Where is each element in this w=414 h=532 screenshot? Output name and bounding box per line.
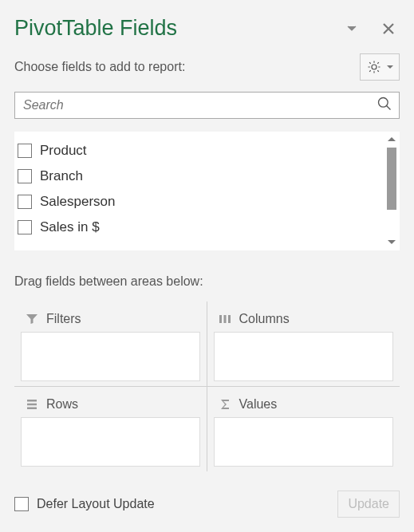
rows-area[interactable]: Rows	[14, 387, 207, 471]
field-list-scrollbar[interactable]	[384, 132, 400, 250]
checkbox[interactable]	[18, 195, 32, 209]
field-list-container: Product Branch Salesperson Sales in $	[14, 132, 400, 250]
update-button: Update	[337, 491, 400, 518]
filters-area-header: Filters	[21, 308, 200, 330]
drop-areas-grid: Filters Columns Rows	[14, 301, 400, 471]
caret-down-icon	[386, 65, 394, 70]
field-item-branch[interactable]: Branch	[18, 164, 380, 189]
caret-down-icon	[347, 26, 357, 32]
pane-title: PivotTable Fields	[14, 16, 326, 41]
tools-dropdown-button[interactable]	[360, 53, 400, 81]
defer-layout-label: Defer Layout Update	[37, 497, 155, 511]
drag-fields-label: Drag fields between areas below:	[14, 274, 400, 289]
close-icon	[383, 23, 394, 34]
field-label: Branch	[40, 168, 83, 184]
pivottable-fields-pane: PivotTable Fields Choose fields to add t…	[0, 0, 414, 532]
scroll-thumb[interactable]	[387, 148, 396, 210]
rows-icon	[24, 398, 40, 411]
pane-options-dropdown[interactable]	[341, 18, 363, 40]
checkbox[interactable]	[18, 144, 32, 158]
filters-label: Filters	[46, 312, 81, 326]
svg-rect-6	[27, 403, 37, 405]
checkbox[interactable]	[18, 169, 32, 183]
svg-point-0	[379, 97, 388, 107]
gear-icon	[367, 60, 381, 74]
svg-rect-3	[223, 315, 226, 323]
rows-area-header: Rows	[21, 393, 200, 416]
choose-fields-row: Choose fields to add to report:	[14, 53, 400, 81]
values-label: Values	[239, 397, 278, 412]
chevron-down-icon	[387, 239, 396, 246]
rows-label: Rows	[46, 397, 78, 412]
scroll-up-button[interactable]	[384, 132, 400, 148]
checkbox[interactable]	[14, 497, 29, 511]
choose-fields-label: Choose fields to add to report:	[14, 60, 360, 74]
field-item-sales-in-dollars[interactable]: Sales in $	[18, 215, 380, 240]
scroll-track[interactable]	[384, 148, 400, 234]
svg-rect-4	[228, 315, 231, 323]
filters-drop-zone[interactable]	[21, 332, 200, 380]
field-label: Product	[40, 143, 87, 159]
values-area[interactable]: Values	[207, 387, 400, 471]
field-item-salesperson[interactable]: Salesperson	[18, 189, 380, 215]
values-area-header: Values	[214, 393, 394, 416]
pane-footer: Defer Layout Update Update	[14, 491, 400, 518]
values-drop-zone[interactable]	[214, 417, 394, 467]
checkbox[interactable]	[18, 220, 32, 234]
close-button[interactable]	[377, 18, 400, 40]
defer-layout-checkbox[interactable]: Defer Layout Update	[14, 497, 337, 511]
chevron-up-icon	[387, 136, 396, 143]
svg-line-1	[387, 105, 391, 109]
columns-drop-zone[interactable]	[214, 332, 394, 380]
filter-icon	[24, 313, 40, 325]
filters-area[interactable]: Filters	[14, 301, 207, 386]
columns-area-header: Columns	[214, 308, 394, 330]
svg-rect-7	[27, 407, 37, 409]
field-label: Salesperson	[40, 194, 116, 210]
field-item-product[interactable]: Product	[18, 138, 380, 164]
svg-rect-5	[27, 400, 37, 402]
field-label: Sales in $	[40, 219, 100, 235]
columns-label: Columns	[239, 312, 290, 326]
svg-rect-2	[219, 315, 222, 323]
columns-area[interactable]: Columns	[207, 301, 400, 386]
pane-header: PivotTable Fields	[14, 0, 400, 53]
scroll-down-button[interactable]	[384, 234, 400, 250]
search-input[interactable]	[22, 93, 377, 117]
search-icon	[377, 96, 392, 115]
field-list[interactable]: Product Branch Salesperson Sales in $	[14, 132, 384, 250]
search-box[interactable]	[14, 92, 400, 119]
rows-drop-zone[interactable]	[21, 417, 200, 467]
sigma-icon	[217, 398, 233, 411]
columns-icon	[217, 313, 233, 325]
